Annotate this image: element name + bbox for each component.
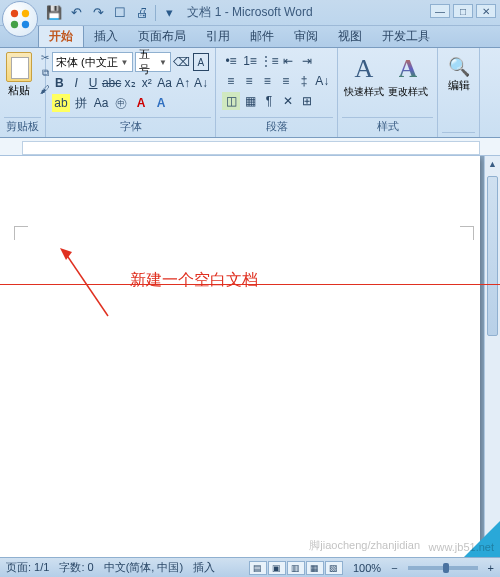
view-draft-button[interactable]: ▧ [325, 561, 343, 575]
paste-button[interactable]: 粘贴 [4, 50, 34, 100]
qat-undo-icon[interactable]: ↶ [67, 4, 85, 22]
page[interactable] [0, 156, 480, 557]
tab-references[interactable]: 引用 [196, 25, 240, 47]
bullets-button[interactable]: •≡ [222, 52, 240, 70]
italic-button[interactable]: I [69, 74, 84, 92]
tab-review[interactable]: 审阅 [284, 25, 328, 47]
align-left-button[interactable]: ≡ [222, 72, 239, 90]
line-spacing-button[interactable]: ‡ [295, 72, 312, 90]
char-border-button[interactable]: A [193, 53, 209, 71]
change-case-button[interactable]: Aa [156, 74, 173, 92]
editing-button[interactable]: 🔍 编辑 [442, 50, 475, 93]
change-styles-label: 更改样式 [388, 85, 428, 99]
view-web-button[interactable]: ▥ [287, 561, 305, 575]
find-icon: 🔍 [448, 56, 470, 78]
clear-format-button[interactable]: ⌫ [173, 53, 191, 71]
office-button[interactable] [2, 1, 38, 37]
annotation-arrow-icon [58, 246, 118, 330]
scroll-up-button[interactable]: ▲ [485, 156, 500, 172]
paste-icon [6, 52, 32, 82]
status-language[interactable]: 中文(简体, 中国) [104, 560, 183, 575]
svg-point-3 [22, 21, 29, 28]
font-name-combo[interactable]: 宋体 (中文正▼ [52, 52, 133, 72]
bold-button[interactable]: B [52, 74, 67, 92]
group-editing: 🔍 编辑 [438, 48, 480, 137]
change-styles-button[interactable]: A 更改样式 [388, 54, 428, 99]
styles-group-label: 样式 [342, 117, 433, 135]
group-clipboard: 粘贴 ✂ ⧉ 🖌 剪贴板 [0, 48, 46, 137]
horizontal-ruler[interactable] [0, 138, 500, 156]
vertical-scrollbar[interactable]: ▲ ▼ [484, 156, 500, 557]
qat-save-icon[interactable]: 💾 [45, 4, 63, 22]
phonetic-button[interactable]: 拼 [72, 94, 90, 112]
strike-button[interactable]: abc [103, 74, 121, 92]
margin-marker-tl [14, 226, 28, 240]
view-outline-button[interactable]: ▦ [306, 561, 324, 575]
qat-print-icon[interactable]: 🖨 [133, 4, 151, 22]
underline-button[interactable]: U [86, 74, 101, 92]
snap-grid-button[interactable]: ⊞ [298, 92, 316, 110]
show-marks-button[interactable]: ¶ [260, 92, 278, 110]
justify-button[interactable]: ≡ [277, 72, 294, 90]
highlight-button[interactable]: ab [52, 94, 70, 112]
align-right-button[interactable]: ≡ [259, 72, 276, 90]
maximize-button[interactable]: □ [453, 4, 473, 18]
svg-point-2 [11, 21, 18, 28]
multilevel-button[interactable]: ⋮≡ [260, 52, 278, 70]
close-button[interactable]: ✕ [476, 4, 496, 18]
quick-styles-label: 快速样式 [344, 85, 384, 99]
font-size-combo[interactable]: 五号▼ [135, 52, 171, 72]
tab-page-layout[interactable]: 页面布局 [128, 25, 196, 47]
font-color-button[interactable]: A [132, 94, 150, 112]
document-area [0, 156, 500, 557]
view-print-layout-button[interactable]: ▤ [249, 561, 267, 575]
view-full-screen-button[interactable]: ▣ [268, 561, 286, 575]
qat-separator [155, 5, 156, 21]
tab-view[interactable]: 视图 [328, 25, 372, 47]
tab-home[interactable]: 开始 [38, 24, 84, 47]
zoom-slider[interactable] [408, 566, 478, 570]
qat-customize-icon[interactable]: ▾ [160, 4, 178, 22]
borders-button[interactable]: ▦ [241, 92, 259, 110]
asian-layout-button[interactable]: ✕ [279, 92, 297, 110]
numbering-button[interactable]: 1≡ [241, 52, 259, 70]
status-mode[interactable]: 插入 [193, 560, 215, 575]
svg-marker-5 [60, 248, 72, 260]
svg-line-4 [66, 254, 108, 316]
increase-indent-button[interactable]: ⇥ [298, 52, 316, 70]
tab-developer[interactable]: 开发工具 [372, 25, 440, 47]
shading-button[interactable]: ◫ [222, 92, 240, 110]
tab-mailings[interactable]: 邮件 [240, 25, 284, 47]
qat-new-icon[interactable]: ☐ [111, 4, 129, 22]
watermark-text-2: 脚jiaocheng/zhanjidian [309, 538, 420, 553]
enclosed-char-button[interactable]: ㊥ [112, 94, 130, 112]
group-font: 宋体 (中文正▼ 五号▼ ⌫ A B I U abc x₂ x² Aa A↑ A… [46, 48, 216, 137]
superscript-button[interactable]: x² [139, 74, 154, 92]
scroll-thumb[interactable] [487, 176, 498, 336]
zoom-level[interactable]: 100% [353, 562, 381, 574]
minimize-button[interactable]: — [430, 4, 450, 18]
text-effects-button[interactable]: A [152, 94, 170, 112]
svg-point-1 [22, 10, 29, 17]
zoom-in-button[interactable]: + [488, 562, 494, 574]
zoom-out-button[interactable]: − [391, 562, 397, 574]
quick-styles-button[interactable]: A 快速样式 [344, 54, 384, 99]
align-center-button[interactable]: ≡ [240, 72, 257, 90]
subscript-button[interactable]: x₂ [123, 74, 138, 92]
editing-group-label [442, 132, 475, 135]
font-group-label: 字体 [50, 117, 211, 135]
qat-redo-icon[interactable]: ↷ [89, 4, 107, 22]
paste-label: 粘贴 [8, 83, 30, 98]
change-styles-icon: A [399, 54, 418, 84]
status-page[interactable]: 页面: 1/1 [6, 560, 49, 575]
shrink-font-button[interactable]: A↓ [193, 74, 209, 92]
margin-marker-tr [460, 226, 474, 240]
sort-button[interactable]: A↓ [314, 72, 331, 90]
window-title: 文档 1 - Microsoft Word [187, 4, 312, 21]
status-words[interactable]: 字数: 0 [59, 560, 93, 575]
tab-insert[interactable]: 插入 [84, 25, 128, 47]
decrease-indent-button[interactable]: ⇤ [279, 52, 297, 70]
watermark-text: www.jb51.net [429, 541, 494, 553]
char-shading-button[interactable]: Aa [92, 94, 110, 112]
grow-font-button[interactable]: A↑ [175, 74, 191, 92]
